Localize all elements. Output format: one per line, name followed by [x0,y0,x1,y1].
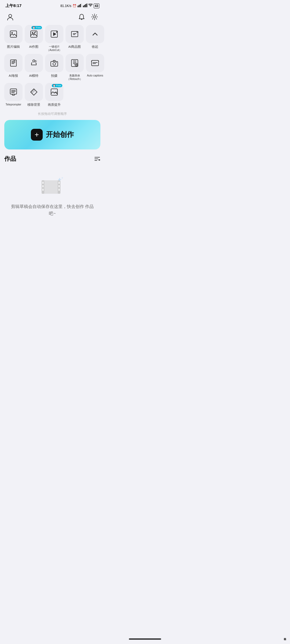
tool-label: AI作图 [29,45,39,49]
settings-button[interactable] [90,12,99,22]
top-nav [0,10,105,25]
svg-text:AI: AI [76,31,78,33]
svg-rect-39 [59,189,60,191]
bell-button[interactable] [77,12,86,22]
start-text: 开始创作 [46,130,74,139]
works-header: 作品 [4,155,100,163]
svg-point-11 [12,32,13,34]
start-create-button[interactable]: + 开始创作 [4,120,100,149]
status-bar: 上午8:17 81.1K/s ⏰ [0,0,105,10]
tool-label: Auto captions [87,74,103,77]
status-time: 上午8:17 [5,3,21,8]
tool-remove-bg[interactable]: 移除背景 [25,83,43,107]
network-speed: 81.1K/s [60,4,71,8]
svg-rect-37 [59,182,60,184]
svg-rect-38 [59,185,60,187]
tool-label: AI海报 [9,74,18,78]
tool-ai-product[interactable]: AI AI商品图 [66,25,84,52]
tool-teleprompter[interactable]: Teleprompter [4,83,23,107]
tool-label: 移除背景 [27,103,40,107]
tool-ai-poster[interactable]: Ai AI海报 [4,54,23,81]
empty-state: 剪辑草稿会自动保存在这里，快去创作 作品吧~ [4,168,100,222]
svg-text:HD: HD [55,91,58,94]
svg-rect-6 [85,4,86,7]
user-button[interactable] [5,12,15,22]
svg-text:Ai: Ai [35,60,37,62]
svg-rect-36 [42,189,44,191]
works-section: 作品 剪辑草稿会自动保存在这里，快去创作 作品吧~ [0,155,105,222]
tools-section: 图片编辑 Free AI作图 [0,25,105,107]
tool-label: 画质提升 [48,103,61,107]
works-sort-button[interactable] [94,156,100,162]
svg-rect-28 [12,94,15,95]
tool-ai-draw[interactable]: Free AI作图 [25,25,43,52]
svg-rect-21 [51,61,58,66]
tool-label: 拍摄 [51,74,57,78]
svg-rect-5 [84,5,85,7]
status-right: 81.1K/s ⏰ [60,3,99,8]
alarm-icon: ⏰ [73,4,77,8]
tool-label: 一键成片（AutoCut） [47,45,62,52]
svg-rect-3 [81,3,82,7]
svg-point-13 [32,32,33,34]
battery-icon: 43 [94,3,99,8]
tool-label: Teleprompter [6,103,21,106]
svg-rect-1 [79,5,79,7]
empty-text: 剪辑草稿会自动保存在这里，快去创作 作品吧~ [10,203,95,217]
svg-text:Ai: Ai [13,59,15,61]
svg-rect-2 [80,4,81,7]
svg-rect-31 [42,180,60,194]
drag-hint: 长按拖动可调整顺序 [0,109,105,120]
tool-label: 美颜美体（Retouch） [67,74,82,81]
signal-icon [78,3,82,8]
svg-rect-4 [83,6,84,7]
tools-row-3: Teleprompter 移除背景 Free HD 画质提升 [4,83,100,107]
film-icon [40,176,64,198]
tool-ai-model[interactable]: Ai AI模特 [25,54,43,81]
svg-marker-15 [53,32,56,36]
tool-retouch[interactable]: 美颜美体（Retouch） [66,54,84,81]
free-badge: Free [31,26,42,29]
tool-label: AI模特 [29,74,39,78]
wifi-icon [88,4,93,8]
svg-point-9 [93,16,96,18]
tools-row-1: 图片编辑 Free AI作图 [4,25,100,52]
tool-autocut[interactable]: 一键成片（AutoCut） [45,25,63,52]
tool-hd-enhance[interactable]: Free HD 画质提升 [45,83,63,107]
works-title: 作品 [4,155,16,163]
svg-rect-34 [42,182,44,184]
svg-rect-7 [86,3,87,7]
tool-label: AI商品图 [68,45,81,49]
start-section: + 开始创作 [0,120,105,149]
tool-captions[interactable]: Auto captions [86,54,104,81]
svg-rect-10 [10,31,17,37]
nav-icons-right [77,12,99,22]
tool-label: 图片编辑 [7,45,20,49]
svg-rect-0 [78,6,78,7]
tool-label: 收起 [92,45,98,49]
tool-camera[interactable]: 拍摄 [45,54,63,81]
plus-icon: + [31,129,43,141]
free-badge: Free [52,84,62,87]
signal2-icon [83,3,87,8]
svg-point-22 [53,63,56,65]
svg-rect-35 [42,185,44,187]
svg-point-8 [9,14,12,17]
svg-point-23 [56,62,57,63]
svg-rect-26 [92,60,99,66]
tool-image-edit[interactable]: 图片编辑 [4,25,23,52]
tool-collapse[interactable]: 收起 [86,25,104,52]
tools-row-2: Ai AI海报 Ai AI模特 [4,54,100,81]
